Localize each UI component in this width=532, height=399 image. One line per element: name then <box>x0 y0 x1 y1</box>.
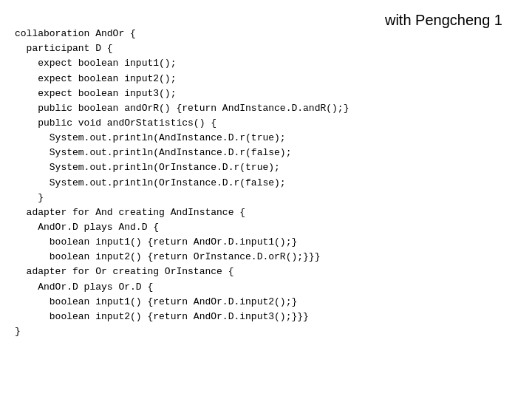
code-line-14: AndOr.D plays And.D { <box>15 222 159 233</box>
code-line-11: System.out.println(OrInstance.D.r(false)… <box>15 177 286 188</box>
code-line-20: boolean input2() {return AndOr.D.input3(… <box>15 311 309 322</box>
code-line-8: System.out.println(AndInstance.D.r(true)… <box>15 132 286 143</box>
code-line-1: collaboration AndOr { <box>15 28 136 39</box>
code-line-10: System.out.println(OrInstance.D.r(true); <box>15 162 280 173</box>
code-line-21: } <box>15 326 21 337</box>
code-line-6: public boolean andOrR() {return AndInsta… <box>15 103 349 114</box>
slide-title: with Pengcheng 1 <box>385 12 502 29</box>
code-line-2: participant D { <box>15 43 113 54</box>
code-line-18: AndOr.D plays Or.D { <box>15 282 153 293</box>
code-line-9: System.out.println(AndInstance.D.r(false… <box>15 147 291 158</box>
code-line-13: adapter for And creating AndInstance { <box>15 207 245 218</box>
code-line-15: boolean input1() {return AndOr.D.input1(… <box>15 236 297 248</box>
code-line-3: expect boolean input1(); <box>15 58 176 69</box>
code-line-5: expect boolean input3(); <box>15 88 176 99</box>
code-line-4: expect boolean input2(); <box>15 73 176 84</box>
code-line-7: public void andOrStatistics() { <box>15 117 216 129</box>
code-line-19: boolean input1() {return AndOr.D.input2(… <box>15 296 297 307</box>
code-line-17: adapter for Or creating OrInstance { <box>15 266 233 277</box>
code-block: collaboration AndOr { participant D { ex… <box>15 12 517 387</box>
page-container: collaboration AndOr { participant D { ex… <box>0 0 532 399</box>
code-line-16: boolean input2() {return OrInstance.D.or… <box>15 251 320 262</box>
code-line-12: } <box>15 192 44 203</box>
